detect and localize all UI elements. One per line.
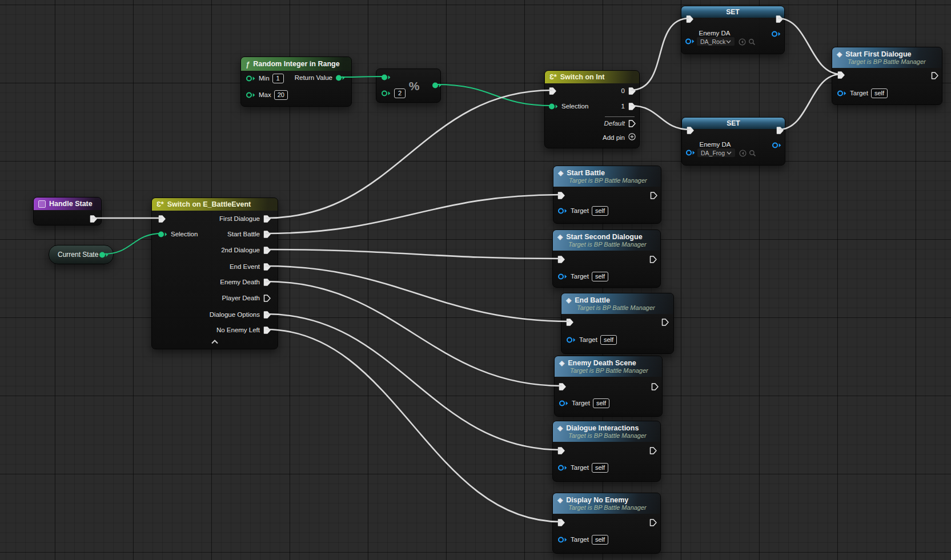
blueprint-graph-canvas[interactable]: Handle StateCurrent StateƐ*Switch on E_B… (0, 0, 951, 560)
value-input[interactable]: self (592, 272, 608, 281)
enemy-death-pin[interactable]: Enemy Death (217, 277, 271, 287)
node-header[interactable]: SET (682, 118, 785, 129)
target-pin[interactable]: Targetself (559, 398, 609, 408)
wire-swbe-first-to-swint-exec[interactable] (266, 90, 552, 218)
event-handle-state[interactable]: Handle State (33, 197, 102, 225)
setrock-valout-pin[interactable] (771, 29, 781, 39)
node-header[interactable]: ◈End Battle Target is BP Battle Manager (561, 293, 673, 314)
wire-randint-ret-to-mod-a[interactable] (340, 76, 385, 77)
value-input[interactable]: self (600, 335, 617, 345)
selection-pin[interactable]: Selection (548, 101, 591, 111)
value-input[interactable]: self (592, 206, 608, 216)
call-start-first-dialogue[interactable]: ◈Start First Dialogue Target is BP Battl… (832, 47, 942, 105)
pin-label: Return Value (295, 74, 332, 81)
value-input[interactable]: self (592, 463, 608, 473)
mod-b-pin[interactable]: 2 (381, 88, 406, 98)
curstate-out-pin[interactable] (99, 249, 109, 260)
collapse-node-chevron-icon[interactable] (211, 336, 219, 347)
value-input[interactable]: self (593, 398, 609, 408)
player-death-pin[interactable]: Player Death (219, 293, 271, 303)
node-header[interactable]: Handle State (34, 198, 101, 210)
pin-label: 2nd Dialogue (221, 247, 260, 253)
call-start-second-dialogue[interactable]: ◈Start Second Dialogue Target is BP Batt… (552, 229, 661, 288)
target-pin[interactable]: Targetself (557, 534, 608, 545)
start-battle-pin[interactable]: Start Battle (224, 229, 271, 239)
call-dialogue-interactions[interactable]: ◈Dialogue Interactions Target is BP Batt… (552, 421, 661, 482)
ssd-out-pin[interactable] (649, 254, 657, 264)
node-header[interactable]: ◈Display No Enemy Target is BP Battle Ma… (553, 493, 660, 514)
setfrog-valout-pin[interactable] (772, 140, 782, 150)
node-header[interactable]: ◈Dialogue Interactions Target is BP Batt… (553, 421, 660, 442)
modulo-operator-node[interactable]: 2% (376, 69, 441, 103)
call-enemy-death-scene[interactable]: ◈Enemy Death Scene Target is BP Battle M… (554, 356, 663, 417)
node-subtitle: Target is BP Battle Manager (568, 241, 656, 248)
use-selected-asset-icon[interactable] (739, 38, 746, 45)
call-start-battle[interactable]: ◈Start Battle Target is BP Battle Manage… (553, 166, 661, 224)
value-input[interactable]: self (871, 88, 888, 98)
wire-swbe-noleft-to-dne-exec[interactable] (266, 329, 561, 522)
wire-swbe-d2-to-ssd-exec[interactable] (266, 249, 561, 259)
node-header[interactable]: ◈Start First Dialogue Target is BP Battl… (832, 47, 942, 68)
set-enemy-da-frog[interactable]: SETEnemy DADA_Frog (681, 117, 785, 166)
target-pin[interactable]: Targetself (557, 206, 608, 216)
browse-asset-icon[interactable] (748, 38, 756, 45)
target-pin[interactable]: Targetself (837, 88, 888, 98)
sfd-out-pin[interactable] (930, 70, 939, 80)
no-enemy-left-pin[interactable]: No Enemy Left (214, 325, 271, 335)
pin-label: Player Death (222, 295, 260, 301)
sbattle-out-pin[interactable] (649, 190, 658, 200)
pin-label: Target (571, 207, 589, 214)
switch-icon: Ɛ* (157, 200, 164, 208)
call-display-no-enemy[interactable]: ◈Display No Enemy Target is BP Battle Ma… (552, 493, 661, 554)
asset-select-dropdown[interactable]: DA_Rock (696, 37, 735, 46)
default-pin[interactable]: Default (601, 118, 636, 128)
dialogue-options-pin[interactable]: Dialogue Options (207, 309, 271, 320)
selection-pin[interactable]: Selection (158, 229, 200, 239)
node-header[interactable]: ◈Enemy Death Scene Target is BP Battle M… (555, 356, 662, 377)
node-header[interactable]: SET (681, 6, 784, 18)
set-enemy-da-rock[interactable]: SETEnemy DADA_Rock (681, 6, 785, 54)
node-header[interactable]: ◈Start Battle Target is BP Battle Manage… (553, 166, 661, 187)
value-input[interactable]: 1 (272, 74, 284, 83)
max-pin[interactable]: Max20 (246, 90, 288, 100)
value-input[interactable]: 20 (274, 90, 288, 100)
call-function-icon: ◈ (557, 424, 563, 432)
pin-label: End Event (230, 263, 260, 270)
ebattle-out-pin[interactable] (661, 317, 669, 327)
value-input[interactable]: 2 (394, 88, 406, 98)
wire-mod-out-to-swint-sel[interactable] (436, 84, 552, 106)
add-pin-button[interactable]: Add pin (603, 133, 636, 142)
return-value-pin[interactable]: Return Value (292, 72, 346, 83)
pin-label: First Dialogue (219, 215, 260, 222)
dne-out-pin[interactable] (649, 517, 657, 527)
call-function-icon: ◈ (557, 233, 563, 241)
setfrog-val-pin[interactable] (685, 147, 696, 158)
first-dialogue-pin[interactable]: First Dialogue (216, 213, 271, 224)
node-header[interactable]: ƒRandom Integer in Range (241, 57, 351, 71)
wire-swbe-edeath-to-eds-exec[interactable] (266, 281, 562, 386)
wire-swbe-battle-to-sbattle-exec[interactable] (266, 195, 561, 233)
target-pin[interactable]: Targetself (557, 271, 608, 281)
node-header[interactable]: Ɛ*Switch on Int (545, 71, 639, 83)
setrock-val-pin[interactable] (685, 36, 695, 46)
target-pin[interactable]: Targetself (557, 462, 608, 473)
end-event-pin[interactable]: End Event (227, 261, 271, 272)
use-selected-asset-icon[interactable] (739, 149, 747, 156)
call-end-battle[interactable]: ◈End Battle Target is BP Battle ManagerT… (561, 293, 674, 354)
random-integer-in-range[interactable]: ƒRandom Integer in RangeMin1Max20Return … (240, 57, 352, 107)
switch-on-e-battleevent[interactable]: Ɛ*Switch on E_BattleEventSelectionFirst … (151, 198, 278, 349)
node-header[interactable]: Ɛ*Switch on E_BattleEvent (152, 198, 278, 211)
asset-select-dropdown[interactable]: DA_Frog (697, 148, 736, 158)
min-pin[interactable]: Min1 (246, 73, 284, 83)
variable-get-current-state[interactable]: Current State (49, 245, 114, 264)
node-header[interactable]: ◈Start Second Dialogue Target is BP Batt… (553, 230, 660, 251)
wire-swbe-endev-to-ebattle-exec[interactable] (266, 266, 569, 321)
node-title: Start First Dialogue (845, 50, 911, 58)
eds-out-pin[interactable] (651, 381, 659, 392)
switch-on-int[interactable]: Ɛ*Switch on IntSelection01DefaultAdd pin (544, 70, 640, 148)
target-pin[interactable]: Targetself (566, 335, 617, 345)
2nd-dialogue-pin[interactable]: 2nd Dialogue (218, 245, 271, 255)
browse-asset-icon[interactable] (749, 149, 756, 156)
value-input[interactable]: self (592, 535, 608, 545)
di-out-pin[interactable] (649, 445, 657, 456)
